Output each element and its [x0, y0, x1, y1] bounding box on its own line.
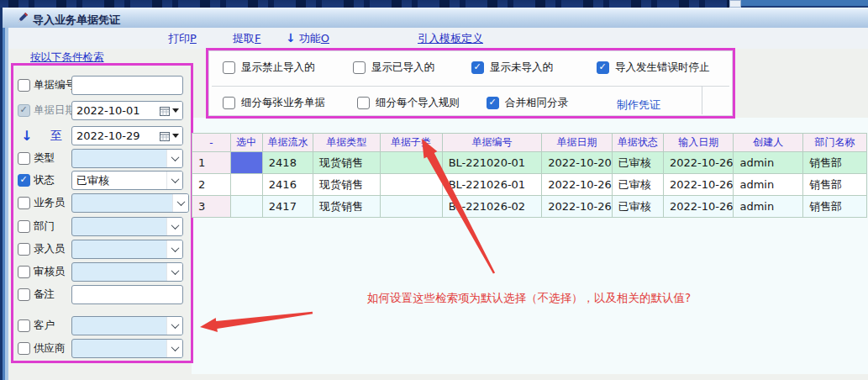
cell-doc-type[interactable]: 现货销售: [313, 174, 380, 196]
combo-button[interactable]: [166, 172, 182, 189]
document-number-input[interactable]: [71, 76, 183, 95]
type-combo[interactable]: [71, 149, 183, 168]
col-header[interactable]: 选中: [230, 134, 262, 152]
combo-button[interactable]: [166, 218, 182, 235]
checkbox-icon[interactable]: [18, 79, 30, 92]
cell-serial[interactable]: 2418: [262, 152, 313, 174]
select-cell[interactable]: [230, 174, 262, 196]
col-header[interactable]: 单据日期: [542, 134, 613, 152]
date-picker-icons[interactable]: [160, 102, 182, 119]
table-row[interactable]: 3 2417 现货销售 BL-221026-02 2022-10-26 已审核 …: [192, 196, 867, 218]
checkbox-icon[interactable]: ✓: [18, 174, 30, 187]
cell-doc-date[interactable]: 2022-10-26: [542, 174, 613, 196]
menu-extract[interactable]: 提取F: [233, 31, 260, 46]
checkbox-split-each-rule[interactable]: 细分每个导入规则: [357, 96, 460, 110]
cell-creator[interactable]: admin: [734, 174, 802, 196]
cell-doc-status[interactable]: 已审核: [612, 152, 663, 174]
options-divider: [212, 86, 729, 87]
cell-department[interactable]: 销售部: [802, 196, 866, 218]
auditor-combo[interactable]: [71, 262, 183, 282]
col-header[interactable]: 单据流水: [262, 134, 313, 152]
checkbox-icon[interactable]: ✓: [18, 104, 30, 117]
checkbox-show-forbidden[interactable]: 显示禁止导入的: [223, 61, 315, 75]
col-header[interactable]: -: [192, 134, 231, 152]
combo-button[interactable]: [172, 194, 188, 212]
checkbox-icon[interactable]: [353, 61, 366, 74]
checkbox-icon[interactable]: ✓: [487, 97, 499, 109]
col-header[interactable]: 输入日期: [663, 134, 734, 152]
cell-doc-subtype[interactable]: [380, 152, 442, 174]
col-header[interactable]: 单据编号: [442, 134, 542, 152]
checkbox-icon[interactable]: [18, 243, 30, 256]
menu-function[interactable]: ↓功能O: [286, 31, 329, 46]
checkbox-icon[interactable]: ✓: [597, 61, 609, 74]
date-to-input[interactable]: 2022-10-29: [71, 126, 183, 145]
cell-doc-status[interactable]: 已审核: [612, 174, 663, 196]
checkbox-stop-on-error[interactable]: ✓ 导入发生错误时停止: [597, 61, 710, 75]
combo-button[interactable]: [166, 263, 182, 281]
cell-creator[interactable]: admin: [734, 152, 802, 174]
checkbox-icon[interactable]: [18, 197, 30, 209]
menu-import-template[interactable]: 引入模板定义: [418, 31, 483, 46]
checkbox-icon[interactable]: ✓: [471, 61, 484, 74]
checkbox-merge-same-entries[interactable]: ✓ 合并相同分录: [487, 96, 568, 110]
department-combo[interactable]: [71, 217, 183, 236]
remark-input[interactable]: [71, 285, 183, 304]
date-picker-icons[interactable]: [160, 127, 182, 145]
select-cell[interactable]: [230, 196, 262, 218]
checkbox-show-not-imported[interactable]: ✓ 显示未导入的: [471, 61, 553, 75]
menu-print[interactable]: 打印P: [168, 31, 197, 46]
salesperson-combo[interactable]: [71, 193, 189, 213]
checkbox-icon[interactable]: [18, 220, 30, 233]
cell-serial[interactable]: 2417: [262, 196, 313, 218]
col-header[interactable]: 单据状态: [612, 134, 663, 152]
combo-button[interactable]: [166, 240, 182, 258]
status-combo[interactable]: 已审核: [71, 171, 183, 190]
supplier-combo[interactable]: [71, 339, 183, 358]
cell-department[interactable]: 销售部: [802, 174, 866, 196]
field-label: 业务员: [34, 196, 66, 210]
checkbox-icon[interactable]: [223, 97, 235, 109]
cell-doc-number[interactable]: BL-221026-02: [442, 196, 542, 218]
table-row[interactable]: 1 2418 现货销售 BL-221020-01 2022-10-20 已审核 …: [192, 152, 867, 174]
col-header[interactable]: 单据子类: [380, 134, 442, 152]
combo-button[interactable]: [166, 340, 182, 357]
combo-button[interactable]: [166, 317, 182, 335]
cell-doc-type[interactable]: 现货销售: [313, 196, 380, 218]
checkbox-icon[interactable]: [18, 266, 30, 278]
col-header[interactable]: 部门名称: [802, 134, 866, 152]
cell-serial[interactable]: 2416: [262, 174, 313, 196]
col-header[interactable]: 单据类型: [313, 134, 380, 152]
cell-creator[interactable]: admin: [734, 196, 802, 218]
dropdown-triangle-icon: [172, 108, 179, 113]
checkbox-icon[interactable]: [18, 342, 30, 355]
checkbox-show-imported[interactable]: 显示已导入的: [353, 61, 434, 75]
checkbox-icon[interactable]: [18, 319, 30, 332]
cell-department[interactable]: 销售部: [802, 152, 866, 174]
cell-doc-number[interactable]: BL-221020-01: [442, 152, 542, 174]
cell-doc-status[interactable]: 已审核: [612, 196, 663, 218]
row-number: 3: [192, 196, 231, 218]
cell-doc-type[interactable]: 现货销售: [313, 152, 380, 174]
cell-doc-number[interactable]: BL-221026-01: [442, 174, 542, 196]
cell-doc-date[interactable]: 2022-10-20: [542, 152, 613, 174]
checkbox-icon[interactable]: [18, 288, 30, 301]
customer-combo[interactable]: [71, 316, 183, 335]
col-header[interactable]: 创建人: [734, 134, 802, 152]
cell-doc-subtype[interactable]: [380, 196, 442, 218]
make-voucher-link[interactable]: 制作凭证: [617, 98, 660, 113]
date-from-input[interactable]: 2022-10-01: [71, 101, 183, 120]
cell-input-date[interactable]: 2022-10-26: [663, 152, 734, 174]
cell-doc-subtype[interactable]: [380, 174, 442, 196]
checkbox-split-each-document[interactable]: 细分每张业务单据: [223, 96, 325, 110]
checkbox-icon[interactable]: [357, 97, 370, 109]
checkbox-icon[interactable]: [18, 152, 30, 165]
cell-input-date[interactable]: 2022-10-26: [663, 174, 734, 196]
checkbox-icon[interactable]: [223, 61, 235, 74]
combo-button[interactable]: [166, 150, 182, 167]
selected-cell[interactable]: [230, 152, 262, 174]
cell-input-date[interactable]: 2022-10-26: [663, 196, 734, 218]
cell-doc-date[interactable]: 2022-10-26: [542, 196, 613, 218]
table-row[interactable]: 2 2416 现货销售 BL-221026-01 2022-10-26 已审核 …: [192, 174, 867, 196]
entry-clerk-combo[interactable]: [71, 240, 183, 259]
